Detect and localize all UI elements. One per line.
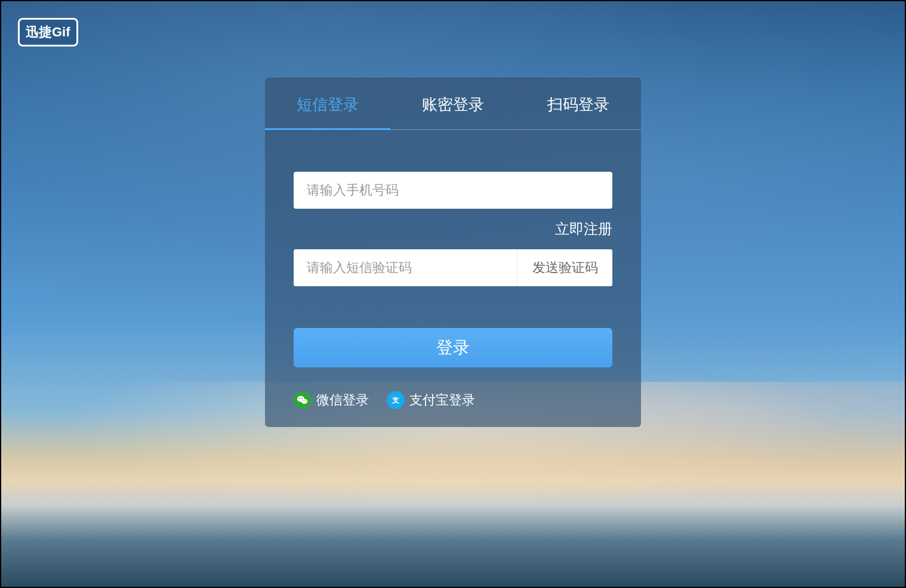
alipay-icon: 支 [387, 391, 405, 409]
wechat-icon [294, 391, 312, 409]
alipay-login-button[interactable]: 支 支付宝登录 [387, 391, 475, 409]
login-tabs: 短信登录 账密登录 扫码登录 [265, 78, 641, 130]
register-row: 立即注册 [294, 219, 612, 239]
code-row: 发送验证码 [294, 249, 612, 286]
svg-point-2 [299, 398, 300, 399]
logo-text: 迅捷Gif [26, 24, 70, 39]
tab-sms-label: 短信登录 [297, 95, 359, 113]
login-panel: 短信登录 账密登录 扫码登录 立即注册 发送验证码 登录 [265, 78, 641, 427]
alt-login-row: 微信登录 支 支付宝登录 [265, 391, 641, 409]
register-link[interactable]: 立即注册 [555, 221, 612, 237]
login-button[interactable]: 登录 [294, 328, 612, 367]
app-logo: 迅捷Gif [18, 18, 78, 47]
sms-code-input[interactable] [294, 249, 517, 286]
tab-qrcode-label: 扫码登录 [547, 95, 609, 113]
tab-qrcode-login[interactable]: 扫码登录 [516, 78, 641, 129]
tab-password-login[interactable]: 账密登录 [390, 78, 516, 129]
svg-point-5 [305, 400, 306, 401]
phone-input[interactable] [294, 172, 612, 209]
tab-sms-login[interactable]: 短信登录 [265, 78, 390, 129]
alipay-login-label: 支付宝登录 [409, 391, 475, 409]
svg-point-1 [301, 399, 307, 404]
tab-password-label: 账密登录 [422, 95, 484, 113]
login-form: 立即注册 发送验证码 登录 [265, 130, 641, 367]
wechat-login-button[interactable]: 微信登录 [294, 391, 369, 409]
svg-text:支: 支 [392, 396, 399, 404]
svg-point-4 [303, 400, 304, 401]
wechat-login-label: 微信登录 [316, 391, 369, 409]
send-code-button[interactable]: 发送验证码 [517, 249, 612, 286]
svg-point-3 [301, 398, 303, 399]
